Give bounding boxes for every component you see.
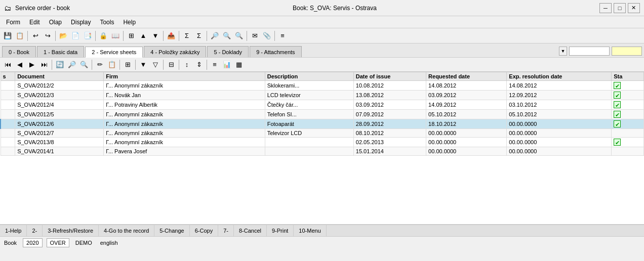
demo-label: DEMO [73, 240, 94, 246]
tab-4---položky-zakázky[interactable]: 4 - Položky zakázky [144, 46, 206, 57]
cell-status [612, 147, 644, 156]
cell-expresolutiondate: 03.10.2012 [507, 100, 612, 110]
close-button[interactable]: ✕ [628, 3, 640, 13]
table-row[interactable]: S_OVA/2012/3Г... Novák JanLCD televizor1… [1, 91, 644, 100]
first-nav-button[interactable]: ⏮ [2, 59, 13, 70]
new-toolbar-button[interactable]: 📄 [70, 30, 81, 41]
table-row[interactable]: S_OVA/2012/6Г... Anonymní zákazníkFotoap… [1, 119, 644, 129]
cell-description: Fotoaparát [265, 119, 353, 129]
window-controls[interactable]: ─ □ ✕ [599, 3, 640, 13]
menu-item-olap[interactable]: Olap [45, 18, 66, 27]
fkey-1-help[interactable]: 1-Help [0, 225, 27, 236]
nav-down-toolbar-button[interactable]: ▼ [150, 30, 161, 41]
nav-list-nav-button[interactable]: ≡ [209, 59, 220, 70]
mode-label: Book [2, 240, 19, 246]
nav-search-nav-button[interactable]: 🔎 [66, 59, 77, 70]
fkey-2-[interactable]: 2- [27, 225, 43, 236]
table-row[interactable]: S_OVA/2012/5Г... Anonymní zákazníkTelefo… [1, 110, 644, 119]
tab-filter-input[interactable] [612, 47, 642, 56]
menu-item-form[interactable]: Form [2, 18, 24, 27]
nav-menu-nav-button[interactable]: ⊞ [122, 59, 133, 70]
table-row[interactable]: S_OVA/2012/4Г... Potraviny AlbertikČtečk… [1, 100, 644, 110]
status-checkbox: ✔ [614, 120, 621, 127]
maximize-button[interactable]: □ [614, 3, 626, 13]
cell-document: S_OVA/2014/1 [15, 147, 104, 156]
last-nav-button[interactable]: ⏭ [38, 59, 50, 70]
sort-nav-button[interactable]: ↕ [181, 59, 192, 70]
prev-nav-button[interactable]: ◀ [14, 59, 25, 70]
table-row[interactable]: S_OVA/2013/8Г... Anonymní zákazník02.05.… [1, 138, 644, 147]
col-header-status: Sta [612, 72, 644, 81]
table-row[interactable]: S_OVA/2012/7Г... Anonymní zákazníkTelevi… [1, 129, 644, 138]
save-toolbar-button[interactable]: 💾 [2, 30, 13, 41]
sort2-nav-button[interactable]: ⇕ [193, 59, 205, 70]
xls-nav-button[interactable]: 📊 [221, 59, 232, 70]
cell-description [265, 147, 353, 156]
redo-toolbar-button[interactable]: ↪ [42, 30, 53, 41]
fkey-6-copy[interactable]: 6-Copy [190, 225, 218, 236]
undo-toolbar-button[interactable]: ↩ [30, 30, 41, 41]
fkey-5-change[interactable]: 5-Change [154, 225, 189, 236]
tab-5---doklady[interactable]: 5 - Doklady [207, 46, 249, 57]
copy-doc-toolbar-button[interactable]: 📑 [82, 30, 93, 41]
tab-1---basic-data[interactable]: 1 - Basic data [37, 46, 84, 57]
menu-toolbar-button[interactable]: ≡ [277, 30, 288, 41]
nav-separator [207, 60, 207, 70]
find-toolbar-button[interactable]: 🔍 [221, 30, 232, 41]
menu-item-tools[interactable]: Tools [96, 18, 118, 27]
fkey-7-[interactable]: 7- [218, 225, 234, 236]
tab-0---book[interactable]: 0 - Book [2, 46, 36, 57]
toolbar-separator [207, 31, 207, 41]
tab-2---service-sheets[interactable]: 2 - Service sheets [85, 47, 143, 58]
menu-item-edit[interactable]: Edit [25, 18, 44, 27]
tab-9---attachments[interactable]: 9 - Attachments [250, 46, 301, 57]
nav-find-nav-button[interactable]: 🔍 [78, 59, 90, 70]
fkey-9-print[interactable]: 9-Print [267, 225, 294, 236]
cell-description: LCD televizor [265, 91, 353, 100]
fkey-3-refresh-restore[interactable]: 3-Refresh/Restore [43, 225, 99, 236]
cell-s [1, 110, 15, 119]
fkey-10-menu[interactable]: 10-Menu [294, 225, 326, 236]
tab-dropdown[interactable]: ▼ [559, 47, 567, 56]
minimize-button[interactable]: ─ [599, 3, 612, 13]
attach-toolbar-button[interactable]: 📎 [261, 30, 272, 41]
table-row[interactable]: S_OVA/2014/1Г... Pavera Josef15.01.20140… [1, 147, 644, 156]
nav-up-toolbar-button[interactable]: ▲ [138, 30, 149, 41]
find2-toolbar-button[interactable]: 🔍 [233, 30, 245, 41]
sum-toolbar-button[interactable]: Σ [181, 30, 192, 41]
grid-nav-button[interactable]: ▦ [233, 59, 245, 70]
layout-nav-button[interactable]: ⊟ [166, 59, 177, 70]
cell-status: ✔ [612, 138, 644, 147]
reload-nav-button[interactable]: 🔄 [54, 59, 65, 70]
email-toolbar-button[interactable]: ✉ [249, 30, 260, 41]
fkey-4-go-to-the-record[interactable]: 4-Go to the record [99, 225, 154, 236]
tabs: 0 - Book1 - Basic data2 - Service sheets… [0, 44, 644, 58]
clipboard-toolbar-button[interactable]: 📋 [14, 30, 25, 41]
edit-nav-button[interactable]: ✏ [94, 59, 105, 70]
nav-copy-nav-button[interactable]: 📋 [106, 59, 117, 70]
toolbar: 💾📋↩↪📂📄📑🔒📖⊞▲▼📤ΣΣ🔎🔍🔍✉📎≡ [0, 28, 644, 44]
cell-firm: Г... Anonymní zákazník [104, 138, 265, 147]
fkey-8-cancel[interactable]: 8-Cancel [234, 225, 267, 236]
lock-toolbar-button[interactable]: 🔒 [98, 30, 109, 41]
book-toolbar-button[interactable]: 📖 [110, 30, 121, 41]
table-container[interactable]: s Document Firm Description Date of issu… [0, 72, 644, 225]
title-bar: 🗂 Service order - book Book: S_OVA: Serv… [0, 0, 644, 16]
tab-search-input[interactable] [569, 47, 610, 56]
status-checkbox: ✔ [614, 82, 621, 89]
menu-item-display[interactable]: Display [67, 18, 95, 27]
filter-clear-nav-button[interactable]: ▽ [150, 59, 161, 70]
export-toolbar-button[interactable]: 📤 [166, 30, 177, 41]
cell-description: Sklokerami... [265, 81, 353, 91]
sigma-toolbar-button[interactable]: Σ [193, 30, 205, 41]
toolbar-separator [247, 31, 247, 41]
menu-item-help[interactable]: Help [119, 18, 140, 27]
filter-toolbar-button[interactable]: ⊞ [126, 30, 137, 41]
search-toolbar-button[interactable]: 🔎 [209, 30, 220, 41]
open-toolbar-button[interactable]: 📂 [58, 30, 69, 41]
filter-dropdown-nav-button[interactable]: ▼ [138, 59, 149, 70]
next-nav-button[interactable]: ▶ [26, 59, 37, 70]
table-row[interactable]: S_OVA/2012/2Г... Anonymní zákazníkSkloke… [1, 81, 644, 91]
toolbar-separator [95, 31, 96, 41]
cell-description: Televizor LCD [265, 129, 353, 138]
